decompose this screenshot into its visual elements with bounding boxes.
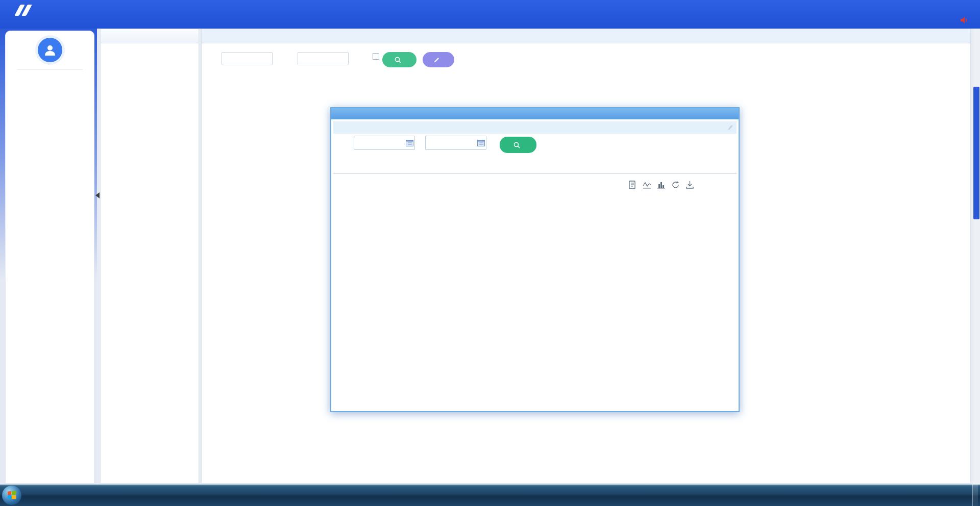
supply-chart-svg <box>333 174 739 345</box>
sidebar <box>0 29 97 485</box>
query-panel-title <box>202 29 970 43</box>
screen: ⁄⁄ <box>0 0 980 506</box>
dialog-titlebar[interactable] <box>331 108 739 119</box>
alarm-partition-checkbox[interactable] <box>373 53 379 60</box>
scrollbar-thumb[interactable] <box>973 87 979 219</box>
divider <box>17 69 83 70</box>
windows-logo-icon <box>8 491 17 499</box>
partition-supply-dialog: ⁄⁄ <box>330 107 740 412</box>
bar-chart-icon[interactable] <box>657 181 666 189</box>
app-header <box>0 0 980 29</box>
region-tree-panel <box>100 29 199 484</box>
app-logo-icon <box>13 4 37 17</box>
tree-panel-header <box>101 29 199 43</box>
refresh-icon[interactable] <box>671 181 680 189</box>
community-input[interactable] <box>298 52 349 65</box>
date-input[interactable] <box>222 52 273 65</box>
region-tree <box>101 43 199 50</box>
system-tray <box>956 485 980 506</box>
download-icon[interactable] <box>685 181 694 189</box>
export-button[interactable] <box>423 52 454 67</box>
avatar <box>35 35 65 65</box>
voice-alarm-icon[interactable] <box>961 17 968 25</box>
page-scrollbar[interactable] <box>972 29 980 485</box>
sidebar-card <box>5 31 94 484</box>
windows-taskbar <box>0 485 980 506</box>
search-button[interactable] <box>382 52 416 67</box>
analyze-button[interactable] <box>500 137 536 153</box>
data-view-icon[interactable] <box>628 181 637 189</box>
panel-collapse-handle[interactable] <box>95 192 100 198</box>
dialog-query-bar: ⁄⁄ <box>333 121 737 134</box>
user-icon <box>38 38 62 62</box>
start-button[interactable] <box>2 486 21 505</box>
supply-chart <box>333 174 739 345</box>
calendar-icon[interactable] <box>477 139 485 146</box>
show-desktop-button[interactable] <box>972 485 978 506</box>
chart-toolbox <box>628 181 694 189</box>
resize-icon[interactable]: ⁄⁄ <box>729 124 731 131</box>
header-date-row <box>951 17 971 25</box>
calendar-icon[interactable] <box>406 139 413 146</box>
line-chart-icon[interactable] <box>643 181 651 189</box>
